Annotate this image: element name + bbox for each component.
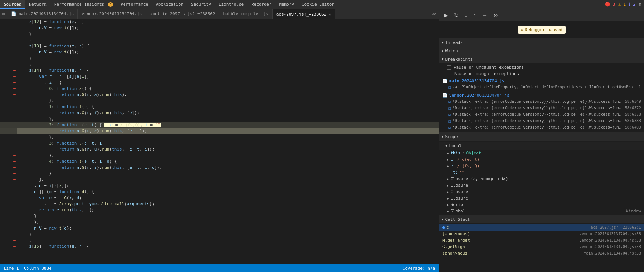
bp-vendor-check-1[interactable]: ☑ [448,106,451,111]
bp-vendor-entry-0[interactable]: ☑ *D.stack, extra: {errorCode:ue,version… [439,99,644,105]
step-into-button[interactable]: ↓ [463,11,469,19]
scope-closure-computed[interactable]: ▶ Closure (z, <computed>) [439,176,644,182]
debugger-paused-container: ⊙ Debugger paused [439,21,644,38]
call-stack-c-dot: ● [442,225,445,230]
cursor-position: Line 1, Column 8884 [4,266,52,271]
bp-vendor-line-0: 58:6349 [625,99,641,104]
nav-recorder[interactable]: Recorder [248,0,275,9]
bp-vendor-check-4[interactable]: ☑ [448,125,451,130]
bp-vendor-entry-1[interactable]: ☑ *D.stack, extra: {errorCode:ue,version… [439,105,644,112]
scope-closure-3[interactable]: ▶ Closure [439,195,644,201]
bp-vendor-header[interactable]: 📄 vendor.20240613134704.js [439,92,644,99]
call-stack-anonymous-1[interactable]: (anonymous) vendor.20240613134704.js:58 [439,231,644,237]
code-line: − n.V = new t([]); [0,49,439,55]
nav-sources[interactable]: Sources [0,0,25,9]
bp-vendor-entry-2[interactable]: ☑ *D.stack, extra: {errorCode:ue,version… [439,112,644,118]
bp-main-header[interactable]: 📄 main.20240613134704.js [439,78,644,84]
step-over-button[interactable]: ↻ [453,11,460,19]
tab-main[interactable]: 📄 main.20240613134704.js [7,9,78,19]
step-out-button[interactable]: ↑ [472,11,478,19]
nav-memory[interactable]: Memory [275,0,298,9]
scope-section-header[interactable]: ▼ Scope [439,132,644,141]
debugger-toolbar: ▶ ↻ ↓ ↑ → ⊘ [439,9,644,21]
tab-abclite[interactable]: abclite-2097-s.js?_=238662 [146,9,219,19]
step-button[interactable]: → [481,11,489,19]
settings-icon[interactable]: ⚙ [638,2,641,7]
pause-uncaught-checkbox[interactable] [447,65,451,70]
call-stack-anonymous-2[interactable]: (anonymous) main.20240613134704.js:58 [439,250,644,256]
bp-vendor-entry-3[interactable]: ☑ *D.stack, extra: {errorCode:ue,version… [439,118,644,124]
code-line: − 0: function a() { [0,86,439,92]
watch-section-header[interactable]: ▶ Watch [439,47,644,55]
code-line: − } [0,171,439,177]
code-line: − ), [0,219,439,225]
info-count[interactable]: ℹ 2 [629,2,635,7]
nav-cookie-editor[interactable]: Cookie-Editor [298,0,338,9]
tab-vendor[interactable]: vendor.20240613134704.js [78,9,146,19]
tab-acs[interactable]: acs-2097.js?_=238662 ✕ [273,9,335,19]
nav-network[interactable]: Network [25,0,50,9]
scope-local-label: Local [449,143,461,148]
pause-caught-checkbox[interactable] [447,72,451,76]
error-count[interactable]: 🔴 3 [605,2,615,7]
nav-performance-insights[interactable]: Performance insights 4 [50,0,117,9]
scope-closure-1[interactable]: ▶ Closure [439,182,644,189]
code-line: − } [0,31,439,37]
code-line: − return e.run(this, t); [0,207,439,213]
nav-lighthouse[interactable]: Lighthouse [215,0,248,9]
code-line: − z[12] = function(e, n) { [0,19,439,25]
deactivate-button[interactable]: ⊘ [492,11,500,19]
nav-application[interactable]: Application [152,0,187,9]
breakpoints-section-header[interactable]: ▼ Breakpoints [439,55,644,63]
tab-acs-close[interactable]: ✕ [329,12,331,16]
scope-c[interactable]: ▶ c: / c(e, t) [439,156,644,163]
nav-performance[interactable]: Performance [117,0,152,9]
resume-button[interactable]: ▶ [442,11,450,19]
bp-main-entry[interactable]: ☑ var P1=Object.defineProperty,j1=Object… [439,84,644,91]
top-nav: Sources Network Performance insights 4 P… [0,0,644,9]
tab-overflow-icon[interactable]: ≫ [432,11,437,16]
nav-security[interactable]: Security [187,0,215,9]
bp-main-check[interactable]: ☑ [448,85,451,90]
code-line: − var r = n._[s][e[1]] [0,74,439,80]
panel-toggle-icon[interactable]: ⊞ [0,11,7,16]
pause-uncaught-item[interactable]: Pause on uncaught exceptions [439,64,644,71]
scope-this[interactable]: ▶ this : Object [439,150,644,156]
code-line: − return n.G(r, f).run(this, [e]); [0,110,439,116]
bp-vendor-check-2[interactable]: ☑ [448,112,451,117]
tab-bar: ⊞ 📄 main.20240613134704.js vendor.202406… [0,9,439,19]
code-line: − n.V = new t(o); [0,225,439,231]
call-stack-section-header[interactable]: ▼ Call Stack [439,215,644,223]
code-line: − , [0,61,439,68]
scope-local-arrow: ▼ [445,144,447,148]
call-stack-ggetsign[interactable]: G.getSign vendor.20240613134704.js:58 [439,244,644,250]
bp-vendor-entry-4[interactable]: ☑ *D.stack, extra: {errorCode:ue,version… [439,124,644,131]
nav-right-badges: 🔴 3 ⚠ 1 ℹ 2 ⚙ [605,2,644,7]
code-line: − return n.G(r, s).run(this, [e, t, i, o… [0,165,439,171]
bp-vendor-content-2: *D.stack, extra: {errorCode:ue,version:y… [453,112,624,116]
scope-e[interactable]: ▶ e: / (fs, Q) [439,163,644,169]
pause-caught-item[interactable]: Pause on caught exceptions [439,71,644,77]
code-line: − }; [0,177,439,183]
right-panel: ▶ ↻ ↓ ↑ → ⊘ ⊙ Debugger paused ▶ Threads [439,9,644,272]
bp-vendor-line-2: 58:6378 [625,112,641,116]
source-panel: ⊞ 📄 main.20240613134704.js vendor.202406… [0,9,439,272]
scope-local-header[interactable]: ▼ Local [439,142,644,150]
threads-section-header[interactable]: ▶ Threads [439,38,644,47]
call-stack-ngettarget[interactable]: N.getTarget vendor.20240613134704.js:58 [439,237,644,244]
tab-bubble[interactable]: bubble_compiled.js [219,9,272,19]
scope-body: ▼ Local ▶ this : Object ▶ c: / c(e, t) ▶… [439,141,644,215]
scope-closure-2[interactable]: ▶ Closure [439,189,644,195]
code-area[interactable]: − z[12] = function(e, n) { − n.V = new t… [0,19,439,264]
call-stack-c[interactable]: ● c acs-2097.js?_=238662:1 [439,224,644,231]
scope-closure-computed-arrow: ▶ [447,177,449,181]
warning-count[interactable]: ⚠ 1 [618,2,626,7]
scope-global[interactable]: ▶ Global Window [439,208,644,214]
code-line: − }, [0,98,439,104]
code-line: − , i = { [0,80,439,86]
code-line: − , o = i[r[5]]; [0,183,439,189]
bp-vendor-check-0[interactable]: ☑ [448,99,451,104]
scope-script[interactable]: ▶ Script [439,201,644,208]
bp-vendor-check-3[interactable]: ☑ [448,119,451,124]
code-line: − z[15] = function(e, n) { [0,244,439,250]
